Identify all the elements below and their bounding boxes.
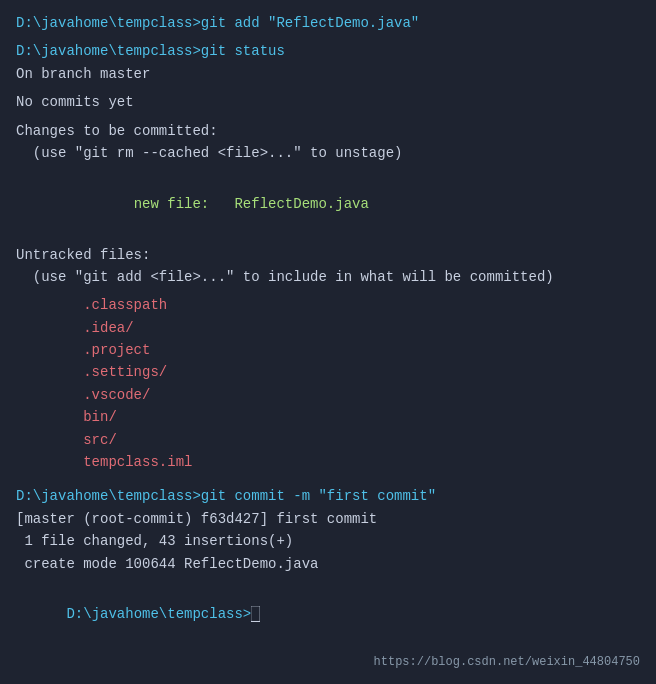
terminal-output: D:\javahome\tempclass>git add "ReflectDe… bbox=[16, 12, 640, 648]
cmd-line-3: D:\javahome\tempclass>git commit -m "fir… bbox=[16, 485, 640, 507]
out-files-changed: 1 file changed, 43 insertions(+) bbox=[16, 530, 640, 552]
untracked-settings: .settings/ bbox=[16, 361, 640, 383]
cmd-line-4: D:\javahome\tempclass>█ bbox=[16, 581, 640, 648]
untracked-bin: bin/ bbox=[16, 406, 640, 428]
cmd-line-2: D:\javahome\tempclass>git status bbox=[16, 40, 640, 62]
untracked-idea: .idea/ bbox=[16, 317, 640, 339]
untracked-src: src/ bbox=[16, 429, 640, 451]
out-commit-hash: [master (root-commit) f63d427] first com… bbox=[16, 508, 640, 530]
new-file-name: ReflectDemo.java bbox=[234, 196, 368, 212]
untracked-vscode: .vscode/ bbox=[16, 384, 640, 406]
out-branch: On branch master bbox=[16, 63, 640, 85]
out-new-file: new file: ReflectDemo.java bbox=[16, 170, 640, 237]
prompt-text: D:\javahome\tempclass> bbox=[66, 606, 251, 622]
cursor: █ bbox=[251, 606, 259, 622]
untracked-classpath: .classpath bbox=[16, 294, 640, 316]
out-no-commits: No commits yet bbox=[16, 91, 640, 113]
untracked-iml: tempclass.iml bbox=[16, 451, 640, 473]
out-create-mode: create mode 100644 ReflectDemo.java bbox=[16, 553, 640, 575]
cmd-line-1: D:\javahome\tempclass>git add "ReflectDe… bbox=[16, 12, 640, 34]
out-use-add: (use "git add <file>..." to include in w… bbox=[16, 266, 640, 288]
untracked-project: .project bbox=[16, 339, 640, 361]
out-use-rm: (use "git rm --cached <file>..." to unst… bbox=[16, 142, 640, 164]
out-changes-to-commit: Changes to be committed: bbox=[16, 120, 640, 142]
out-untracked: Untracked files: bbox=[16, 244, 640, 266]
watermark-text: https://blog.csdn.net/weixin_44804750 bbox=[374, 653, 640, 672]
terminal-window: D:\javahome\tempclass>git add "ReflectDe… bbox=[0, 0, 656, 684]
new-file-label: new file: bbox=[66, 196, 234, 212]
